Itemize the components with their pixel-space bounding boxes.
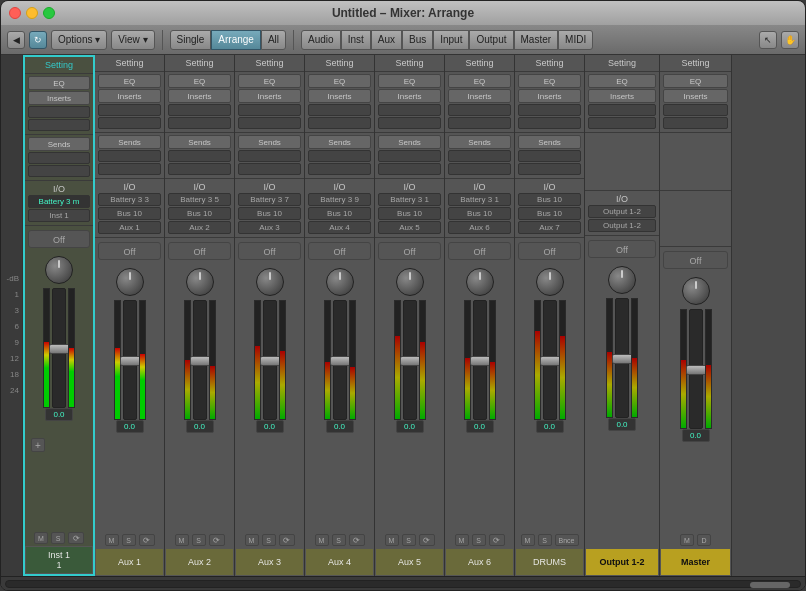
pan-knob[interactable] bbox=[396, 268, 424, 296]
pan-knob[interactable] bbox=[186, 268, 214, 296]
mute-btn[interactable]: M bbox=[105, 534, 119, 546]
pan-knob[interactable] bbox=[536, 268, 564, 296]
midi-button[interactable]: MIDI bbox=[558, 30, 593, 50]
eq-btn[interactable]: EQ bbox=[448, 74, 511, 88]
channel-name[interactable]: Aux 4 bbox=[305, 548, 374, 576]
maximize-button[interactable] bbox=[43, 7, 55, 19]
inserts-btn[interactable]: Inserts bbox=[238, 89, 301, 103]
cursor-tool[interactable]: ↖ bbox=[759, 31, 777, 49]
eq-btn[interactable]: EQ bbox=[518, 74, 581, 88]
off-btn[interactable]: Off bbox=[378, 242, 441, 260]
sends-btn[interactable]: Sends bbox=[168, 135, 231, 149]
sends-btn[interactable]: Sends bbox=[308, 135, 371, 149]
fader-track[interactable] bbox=[333, 300, 347, 420]
bus-button[interactable]: Bus bbox=[402, 30, 433, 50]
inserts-btn[interactable]: Inserts bbox=[28, 91, 90, 105]
eq-btn[interactable]: EQ bbox=[663, 74, 728, 88]
io-value[interactable]: Battery 3 5 bbox=[168, 193, 231, 206]
io-aux[interactable]: Aux 6 bbox=[448, 221, 511, 234]
inserts-btn[interactable]: Inserts bbox=[588, 89, 656, 103]
eq-btn[interactable]: EQ bbox=[238, 74, 301, 88]
channel-name[interactable]: Aux 3 bbox=[235, 548, 304, 576]
scrollbar-thumb[interactable] bbox=[750, 582, 790, 588]
sends-btn[interactable]: Sends bbox=[238, 135, 301, 149]
close-button[interactable] bbox=[9, 7, 21, 19]
fader-track[interactable] bbox=[193, 300, 207, 420]
pan-knob[interactable] bbox=[116, 268, 144, 296]
io-value[interactable]: Output 1-2 bbox=[588, 205, 656, 218]
mute-btn[interactable]: M bbox=[245, 534, 259, 546]
eq-btn[interactable]: EQ bbox=[588, 74, 656, 88]
pan-knob[interactable] bbox=[326, 268, 354, 296]
io-bus[interactable]: Inst 1 bbox=[28, 209, 90, 222]
inserts-btn[interactable]: Inserts bbox=[448, 89, 511, 103]
audio-button[interactable]: Audio bbox=[301, 30, 341, 50]
io-bus[interactable]: Bus 10 bbox=[238, 207, 301, 220]
off-btn[interactable]: Off bbox=[98, 242, 161, 260]
options-button[interactable]: Options ▾ bbox=[51, 30, 107, 50]
channel-name[interactable]: Aux 6 bbox=[445, 548, 514, 576]
loop-btn[interactable]: ⟳ bbox=[209, 534, 225, 546]
inserts-btn[interactable]: Inserts bbox=[308, 89, 371, 103]
arrange-button[interactable]: Arrange bbox=[211, 30, 261, 50]
io-value[interactable]: Battery 3 3 bbox=[98, 193, 161, 206]
eq-btn[interactable]: EQ bbox=[308, 74, 371, 88]
pan-knob[interactable] bbox=[256, 268, 284, 296]
sends-btn[interactable]: Sends bbox=[28, 137, 90, 151]
eq-btn[interactable]: EQ bbox=[98, 74, 161, 88]
sends-btn[interactable]: Sends bbox=[378, 135, 441, 149]
fader-track[interactable] bbox=[615, 298, 629, 418]
mute-btn[interactable]: M bbox=[175, 534, 189, 546]
io-bus[interactable]: Bus 10 bbox=[448, 207, 511, 220]
inserts-btn[interactable]: Inserts bbox=[168, 89, 231, 103]
loop-btn[interactable]: ⟳ bbox=[489, 534, 505, 546]
mute-btn[interactable]: M bbox=[521, 534, 535, 546]
hand-tool[interactable]: ✋ bbox=[781, 31, 799, 49]
mute-btn[interactable]: M bbox=[34, 532, 48, 544]
channel-name[interactable]: Aux 2 bbox=[165, 548, 234, 576]
view-button[interactable]: View ▾ bbox=[111, 30, 154, 50]
mute-btn[interactable]: M bbox=[385, 534, 399, 546]
off-btn[interactable]: Off bbox=[28, 230, 90, 248]
loop-btn[interactable]: ⟳ bbox=[419, 534, 435, 546]
fader-track[interactable] bbox=[403, 300, 417, 420]
master-button[interactable]: Master bbox=[514, 30, 559, 50]
loop-btn[interactable]: ⟳ bbox=[68, 532, 84, 544]
eq-btn[interactable]: EQ bbox=[28, 76, 90, 90]
cycle-button[interactable]: ↻ bbox=[29, 31, 47, 49]
io-aux[interactable]: Aux 3 bbox=[238, 221, 301, 234]
inst-button[interactable]: Inst bbox=[341, 30, 371, 50]
io-bus[interactable]: Bus 10 bbox=[98, 207, 161, 220]
io-value[interactable]: Bus 10 bbox=[518, 193, 581, 206]
sends-btn[interactable]: Sends bbox=[518, 135, 581, 149]
channel-name[interactable]: Output 1-2 bbox=[585, 548, 659, 576]
io-aux[interactable]: Aux 2 bbox=[168, 221, 231, 234]
solo-btn[interactable]: S bbox=[332, 534, 346, 546]
io-aux[interactable]: Aux 5 bbox=[378, 221, 441, 234]
pan-knob[interactable] bbox=[466, 268, 494, 296]
channel-name[interactable]: Inst 11 bbox=[25, 546, 93, 574]
mute-btn[interactable]: M bbox=[315, 534, 329, 546]
mute-btn[interactable]: M bbox=[680, 534, 694, 546]
io-bus[interactable]: Bus 10 bbox=[308, 207, 371, 220]
eq-btn[interactable]: EQ bbox=[168, 74, 231, 88]
off-btn[interactable]: Off bbox=[518, 242, 581, 260]
off-btn[interactable]: Off bbox=[168, 242, 231, 260]
back-button[interactable]: ◀ bbox=[7, 31, 25, 49]
inserts-btn[interactable]: Inserts bbox=[98, 89, 161, 103]
pan-knob[interactable] bbox=[45, 256, 73, 284]
io-value[interactable]: Battery 3 1 bbox=[448, 193, 511, 206]
fader-track[interactable] bbox=[52, 288, 66, 408]
io-aux[interactable]: Aux 7 bbox=[518, 221, 581, 234]
io-value[interactable]: Battery 3 m bbox=[28, 195, 90, 208]
io-aux[interactable]: Output 1-2 bbox=[588, 219, 656, 232]
add-button[interactable]: + bbox=[31, 438, 45, 452]
io-bus[interactable]: Bus 10 bbox=[378, 207, 441, 220]
loop-btn[interactable]: ⟳ bbox=[139, 534, 155, 546]
io-value[interactable]: Battery 3 1 bbox=[378, 193, 441, 206]
io-aux[interactable]: Aux 1 bbox=[98, 221, 161, 234]
solo-btn[interactable]: S bbox=[262, 534, 276, 546]
channel-name[interactable]: DRUMS bbox=[515, 548, 584, 576]
io-bus[interactable]: Bus 10 bbox=[518, 207, 581, 220]
off-btn[interactable]: Off bbox=[238, 242, 301, 260]
